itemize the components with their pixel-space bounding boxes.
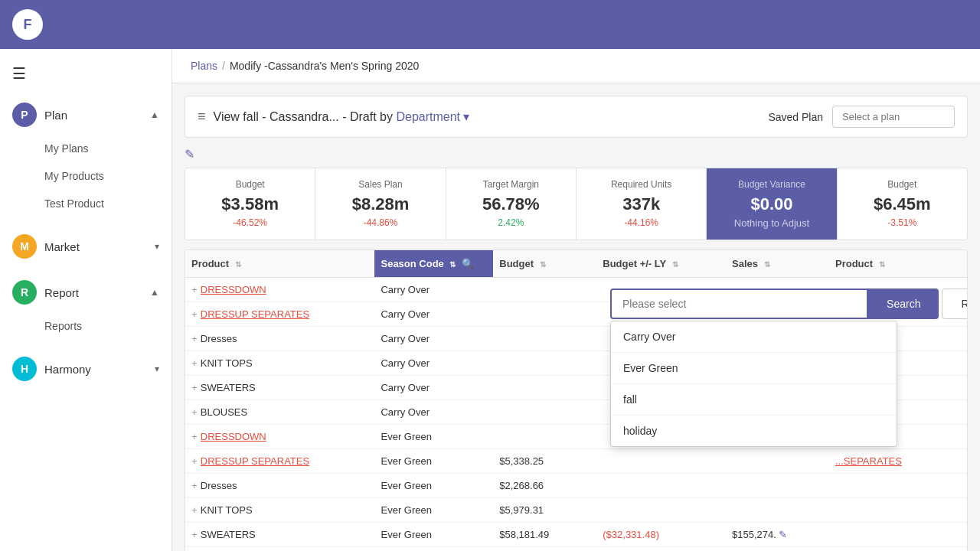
plan-actions: Saved Plan [768, 106, 955, 128]
season-filter-input[interactable] [610, 289, 868, 319]
harmony-icon: H [12, 357, 37, 381]
expand-btn[interactable]: + [191, 357, 198, 369]
sidebar-section-harmony-header[interactable]: H Harmony ▾ [0, 349, 172, 389]
breadcrumb: Plans / Modify -Cassandra's Men's Spring… [172, 49, 980, 83]
breadcrumb-plans-link[interactable]: Plans [191, 60, 217, 72]
report-label: Report [44, 286, 142, 299]
select-plan-input[interactable] [832, 106, 955, 128]
metric-required-units-change: -44.16% [589, 217, 694, 228]
report-chevron: ▲ [150, 287, 159, 298]
product-link[interactable]: DRESSDOWN [201, 431, 266, 442]
plan-header: ≡ View fall - Cassandra... - Draft by De… [185, 96, 968, 138]
plan-title-text: View fall - Cassandra... - Draft by Depa… [214, 109, 470, 124]
season-option-fall[interactable]: fall [611, 384, 897, 416]
expand-btn[interactable]: + [191, 333, 198, 344]
cell-product2 [829, 474, 967, 498]
metric-budget2-change: -3.51% [850, 217, 955, 228]
harmony-label: Harmony [44, 363, 147, 376]
th-budget[interactable]: Budget ⇅ [493, 250, 596, 278]
cell-season: Ever Green [374, 474, 493, 498]
sidebar-item-my-products[interactable]: My Products [0, 162, 172, 190]
cell-product: +DRESSUP SEPARATES [185, 302, 374, 327]
cell-budget: $580,627.10 [493, 547, 596, 552]
data-table-wrapper: Product ⇅ Season Code ⇅ 🔍 Budget ⇅ [185, 249, 968, 551]
expand-btn[interactable]: + [191, 406, 198, 418]
th-product2[interactable]: Product ⇅ [829, 250, 967, 278]
expand-btn[interactable]: + [191, 529, 198, 540]
metric-sales-plan-value: $8.28m [328, 194, 433, 214]
cell-product: +SWEATERS [185, 376, 374, 400]
plan-label: Plan [44, 109, 142, 122]
product-sort-icon: ⇅ [235, 260, 241, 269]
metric-required-units-value: 337k [589, 194, 694, 214]
content-area: ≡ View fall - Cassandra... - Draft by De… [172, 83, 980, 551]
department-link[interactable]: Department ▾ [396, 110, 469, 123]
cell-budget [493, 278, 596, 302]
product-link[interactable]: DRESSUP SEPARATES [201, 455, 309, 467]
season-code-search-icon[interactable]: 🔍 [462, 258, 474, 269]
expand-btn[interactable]: + [191, 284, 198, 295]
sidebar-item-my-plans[interactable]: My Plans [0, 135, 172, 162]
th-sales[interactable]: Sales ⇅ [726, 250, 829, 278]
plan-icon: P [12, 103, 37, 127]
product-link[interactable]: DRESSDOWN [201, 284, 266, 295]
cell-product2: BLOUSES [829, 547, 967, 552]
plan-sub-items: My Plans My Products Test Product [0, 135, 172, 220]
cell-season: Carry Over [374, 400, 493, 425]
cell-budget [493, 425, 596, 449]
season-filter-search-button[interactable]: Search [868, 289, 939, 319]
plan-chevron: ▲ [150, 109, 159, 120]
sales-sort-icon: ⇅ [764, 260, 770, 269]
expand-btn[interactable]: + [191, 382, 198, 393]
cell-budget-ly [596, 474, 726, 498]
sidebar-section-report-header[interactable]: R Report ▲ [0, 272, 172, 312]
cell-product2: ...SEPARATES [829, 449, 967, 474]
cell-season: Ever Green [374, 425, 493, 449]
cell-budget-ly [596, 498, 726, 523]
metric-budget2-value: $6.45m [850, 194, 955, 214]
sidebar-section-market-header[interactable]: M Market ▾ [0, 227, 172, 266]
expand-btn[interactable]: + [191, 431, 198, 442]
sidebar-section-plan-header[interactable]: P Plan ▲ [0, 95, 172, 135]
product-link2[interactable]: ...SEPARATES [835, 455, 902, 467]
metric-budget-variance-value: $0.00 [719, 194, 824, 214]
th-budget-ly[interactable]: Budget +/- LY ⇅ [596, 250, 726, 278]
filter-search-row: Search Reset [610, 289, 968, 319]
th-season-code[interactable]: Season Code ⇅ 🔍 [374, 250, 493, 278]
expand-btn[interactable]: + [191, 308, 198, 320]
metric-budget-change: -46.52% [198, 217, 302, 228]
season-filter-reset-button[interactable]: Reset [942, 289, 968, 319]
th-product[interactable]: Product ⇅ [185, 250, 374, 278]
sidebar: ☰ P Plan ▲ My Plans My Products Test Pro… [0, 49, 172, 551]
metric-budget-variance-change: Nothing to Adjust [719, 217, 824, 229]
edit-cell-icon[interactable]: ✎ [779, 529, 787, 540]
season-code-filter-icon[interactable]: ⇅ [449, 260, 456, 269]
sidebar-item-reports[interactable]: Reports [0, 312, 172, 340]
cell-budget: $5,338.25 [493, 449, 596, 474]
metric-budget-value: $3.58m [198, 194, 302, 214]
cell-budget: $2,268.66 [493, 474, 596, 498]
expand-btn[interactable]: + [191, 504, 198, 516]
sidebar-item-test-product[interactable]: Test Product [0, 190, 172, 217]
main-content: Plans / Modify -Cassandra's Men's Spring… [172, 49, 980, 551]
product-link[interactable]: DRESSUP SEPARATES [201, 308, 309, 320]
expand-btn[interactable]: + [191, 455, 198, 467]
plan-list-icon: ≡ [198, 109, 206, 125]
season-option-carry-over[interactable]: Carry Over [611, 321, 897, 353]
season-option-ever-green[interactable]: Ever Green [611, 353, 897, 384]
budget-sort-icon: ⇅ [540, 260, 546, 269]
cell-product: +Dresses [185, 327, 374, 351]
metric-required-units-label: Required Units [589, 179, 694, 190]
metric-sales-plan-change: -44.86% [328, 217, 433, 228]
cell-sales: $155,274. ✎ [726, 523, 829, 547]
table-row: +SWEATERS Ever Green $58,181.49 ($32,331… [185, 523, 967, 547]
expand-btn[interactable]: + [191, 480, 198, 491]
cell-product: +BLOUSES [185, 400, 374, 425]
season-option-holiday[interactable]: holiday [611, 416, 897, 446]
hamburger-menu[interactable]: ☰ [0, 55, 172, 92]
metric-budget-variance: Budget Variance $0.00 Nothing to Adjust [707, 168, 837, 240]
cell-product2 [829, 498, 967, 523]
cell-product: +Dresses [185, 474, 374, 498]
edit-button[interactable]: ✎ [185, 147, 194, 161]
sidebar-section-harmony: H Harmony ▾ [0, 346, 172, 392]
